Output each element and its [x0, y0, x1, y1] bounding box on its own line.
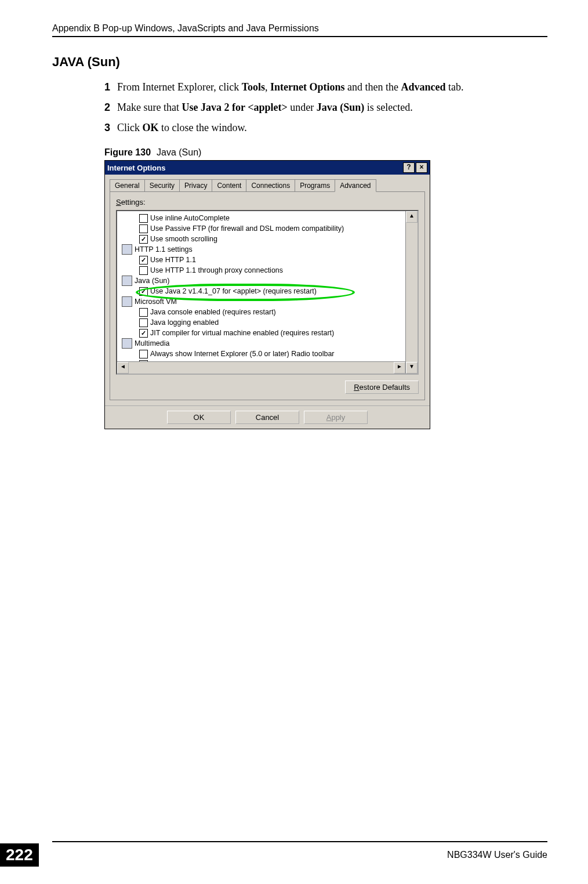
tree-group[interactable]: Multimedia — [122, 338, 404, 349]
checkbox[interactable] — [139, 360, 148, 362]
checkbox[interactable] — [139, 214, 148, 223]
figure-number: Figure 130 — [104, 147, 151, 157]
tree-item-label: Java console enabled (requires restart) — [150, 307, 276, 317]
checkbox[interactable] — [139, 308, 148, 317]
help-button[interactable]: ? — [403, 162, 415, 173]
tree-item[interactable]: Java logging enabled — [139, 317, 404, 328]
tab-programs[interactable]: Programs — [295, 179, 335, 192]
page-header: Appendix B Pop-up Windows, JavaScripts a… — [52, 23, 547, 37]
tree-item[interactable]: Use smooth scrolling — [139, 234, 404, 244]
tab-advanced[interactable]: Advanced — [335, 179, 376, 192]
tab-security[interactable]: Security — [144, 179, 180, 192]
tree-item[interactable]: Use HTTP 1.1 through proxy connections — [139, 265, 404, 276]
apply-button[interactable]: Apply — [304, 411, 368, 424]
close-button[interactable]: × — [416, 162, 427, 173]
guide-name: NBG334W User's Guide — [447, 850, 547, 860]
tree-item[interactable]: Always show Internet Explorer (5.0 or la… — [139, 349, 404, 359]
group-icon — [122, 338, 132, 349]
group-icon — [122, 296, 132, 307]
step-num: 2 — [104, 102, 110, 113]
tree-item[interactable]: Use Java 2 v1.4.1_07 for <applet> (requi… — [139, 286, 404, 296]
checkbox[interactable] — [139, 266, 148, 275]
checkbox[interactable] — [139, 224, 148, 233]
section-title: JAVA (Sun) — [52, 55, 547, 70]
tree-item-label: JIT compiler for virtual machine enabled… — [150, 328, 334, 338]
tree-item[interactable]: Java console enabled (requires restart) — [139, 307, 404, 317]
group-icon — [122, 244, 132, 255]
tree-item-label: Multimedia — [135, 338, 169, 349]
tree-item[interactable]: Use inline AutoComplete — [139, 213, 404, 223]
tab-content[interactable]: Content — [212, 179, 246, 192]
tree-item-label: Use HTTP 1.1 — [150, 255, 196, 265]
header-left: Appendix B Pop-up Windows, JavaScripts a… — [52, 23, 319, 34]
cancel-button[interactable]: Cancel — [235, 411, 299, 424]
tree-item-label: Use inline AutoComplete — [150, 213, 230, 223]
tab-connections[interactable]: Connections — [246, 179, 295, 192]
tab-privacy[interactable]: Privacy — [179, 179, 212, 192]
tree-item-label: Use HTTP 1.1 through proxy connections — [150, 265, 283, 276]
scroll-up-icon[interactable]: ▲ — [406, 211, 418, 223]
checkbox[interactable] — [139, 329, 148, 338]
step-num: 3 — [104, 122, 110, 133]
steps-list: 1From Internet Explorer, click Tools, In… — [104, 79, 547, 136]
tree-group[interactable]: HTTP 1.1 settings — [122, 244, 404, 255]
tree-item[interactable]: JIT compiler for virtual machine enabled… — [139, 328, 404, 338]
tree-item-label: Use smooth scrolling — [150, 234, 217, 244]
tree-item-label: Java logging enabled — [150, 317, 219, 328]
step-num: 1 — [104, 81, 110, 93]
step-3: 3Click OK to close the window. — [104, 119, 547, 136]
step-1: 1From Internet Explorer, click Tools, In… — [104, 79, 547, 96]
page-number: 222 — [0, 843, 39, 867]
highlight-ellipse — [136, 284, 355, 301]
scroll-left-icon[interactable]: ◄ — [117, 362, 129, 374]
ok-button[interactable]: OK — [167, 411, 231, 424]
tree-item[interactable]: Don't display online media content in th… — [139, 359, 404, 361]
figure-caption-text: Java (Sun) — [157, 147, 201, 157]
tab-general[interactable]: General — [110, 179, 145, 192]
checkbox[interactable] — [139, 256, 148, 265]
tree-item-label: Use Passive FTP (for firewall and DSL mo… — [150, 223, 344, 234]
scrollbar-horizontal[interactable]: ◄ ► — [117, 361, 405, 374]
tree-item-label: Don't display online media content in th… — [150, 359, 314, 361]
dialog-titlebar[interactable]: Internet Options ? × — [105, 161, 430, 175]
restore-defaults-button[interactable]: Restore Defaults — [345, 381, 419, 394]
tree-item-label: HTTP 1.1 settings — [135, 244, 193, 255]
tab-row: General Security Privacy Content Connect… — [105, 175, 430, 192]
dialog-title: Internet Options — [107, 164, 165, 172]
checkbox[interactable] — [139, 318, 148, 327]
settings-tree-container: Use inline AutoCompleteUse Passive FTP (… — [116, 210, 419, 375]
tree-item-label: Always show Internet Explorer (5.0 or la… — [150, 349, 335, 359]
step-2: 2Make sure that Use Java 2 for <applet> … — [104, 99, 547, 116]
settings-label: Settings: — [116, 198, 419, 206]
advanced-tab-panel: Settings: Use inline AutoCompleteUse Pas… — [110, 191, 425, 400]
group-icon — [122, 276, 132, 286]
checkbox[interactable] — [139, 235, 148, 244]
tree-item[interactable]: Use Passive FTP (for firewall and DSL mo… — [139, 223, 404, 234]
figure-caption: Figure 130Java (Sun) — [104, 147, 547, 158]
scrollbar-vertical[interactable]: ▲ ▼ — [405, 211, 418, 374]
internet-options-dialog: Internet Options ? × General Security Pr… — [104, 160, 430, 429]
tree-item[interactable]: Use HTTP 1.1 — [139, 255, 404, 265]
checkbox[interactable] — [139, 350, 148, 358]
scroll-down-icon[interactable]: ▼ — [406, 362, 418, 374]
dialog-button-row: OK Cancel Apply — [105, 405, 430, 429]
scroll-right-icon[interactable]: ► — [394, 362, 405, 374]
tree-item-label: Java (Sun) — [135, 276, 169, 286]
settings-tree[interactable]: Use inline AutoCompleteUse Passive FTP (… — [117, 211, 405, 361]
page-footer: 222 NBG334W User's Guide — [0, 841, 588, 867]
